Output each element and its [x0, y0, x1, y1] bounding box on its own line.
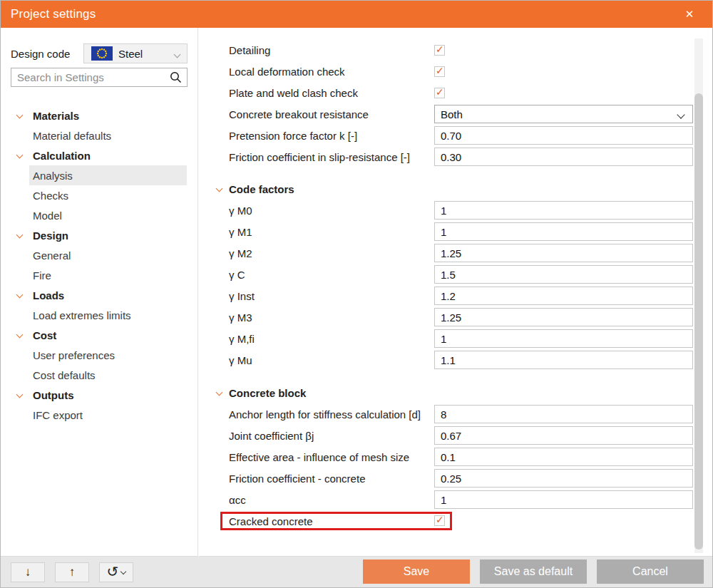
footer-bar: ↓ ↑ ↺ Save Save as default Cancel — [1, 557, 712, 588]
save-button[interactable]: Save — [363, 559, 470, 584]
row-friction-concrete: Friction coefficient - concrete — [199, 468, 712, 489]
section-code-factors[interactable]: Code factors — [199, 178, 712, 200]
sidebar-item-cost-defaults[interactable]: Cost defaults — [1, 365, 198, 385]
chevron-down-icon — [16, 292, 24, 299]
gamma-m1-input[interactable] — [434, 222, 693, 241]
search-input[interactable] — [11, 68, 170, 86]
sidebar-item-model[interactable]: Model — [1, 205, 198, 225]
design-code-select[interactable]: Steel — [83, 43, 188, 63]
row-effective-area: Effective area - influence of mesh size — [199, 446, 712, 468]
gamma-m3-input[interactable] — [434, 308, 693, 326]
sidebar-item-calculation[interactable]: Calculation — [1, 145, 198, 165]
row-concrete-breakout-resistance: Concrete breakout resistance Both — [199, 103, 712, 125]
sidebar-item-load-extremes-limits[interactable]: Load extremes limits — [1, 305, 198, 325]
sidebar-item-material-defaults[interactable]: Material defaults — [1, 125, 198, 145]
search-icon — [170, 71, 182, 83]
gamma-c-input[interactable] — [434, 265, 693, 284]
sidebar-item-cost[interactable]: Cost — [1, 325, 198, 345]
plate-weld-clash-checkbox[interactable]: ✓ — [434, 88, 445, 98]
row-detailing: Detailing ✓ — [199, 39, 712, 61]
chevron-down-icon — [677, 110, 684, 118]
check-icon: ✓ — [436, 43, 444, 55]
section-concrete-block[interactable]: Concrete block — [199, 382, 712, 403]
arrow-up-icon: ↑ — [69, 565, 76, 579]
design-code-row: Design code Steel — [11, 43, 188, 63]
row-gamma-m2: γ M2 — [199, 242, 712, 264]
pretension-force-factor-input[interactable] — [434, 126, 693, 145]
cancel-button[interactable]: Cancel — [597, 559, 704, 584]
cracked-concrete-highlight-box: Cracked concrete ✓ — [220, 512, 452, 530]
friction-slip-resistance-input[interactable] — [434, 148, 693, 166]
sidebar-item-checks[interactable]: Checks — [1, 185, 198, 205]
chevron-down-icon — [16, 112, 24, 119]
row-gamma-m3: γ M3 — [199, 306, 712, 328]
chevron-down-icon — [16, 232, 24, 239]
row-gamma-m1: γ M1 — [199, 221, 712, 242]
joint-coefficient-input[interactable] — [434, 426, 693, 445]
sidebar-item-outputs[interactable]: Outputs — [1, 385, 198, 405]
check-icon: ✓ — [436, 86, 444, 98]
chevron-down-icon — [174, 51, 181, 58]
sidebar-item-fire[interactable]: Fire — [1, 265, 198, 285]
row-gamma-mfi: γ M,fi — [199, 328, 712, 349]
design-code-label: Design code — [11, 48, 83, 60]
sidebar-item-analysis[interactable]: Analysis — [1, 165, 198, 185]
chevron-down-icon — [16, 152, 24, 159]
close-icon[interactable]: ✕ — [682, 7, 697, 21]
row-local-deformation-check: Local deformation check ✓ — [199, 61, 712, 82]
gamma-m2-input[interactable] — [434, 244, 693, 262]
row-gamma-c: γ C — [199, 264, 712, 285]
row-anchor-length: Anchor length for stiffness calculation … — [199, 403, 712, 425]
sidebar-item-loads[interactable]: Loads — [1, 285, 198, 305]
friction-concrete-input[interactable] — [434, 469, 693, 488]
check-icon: ✓ — [436, 514, 444, 525]
design-code-value: Steel — [118, 48, 143, 60]
chevron-down-icon — [16, 331, 24, 339]
sidebar-item-design[interactable]: Design — [1, 225, 198, 245]
reset-icon: ↺ — [107, 564, 119, 579]
gamma-m0-input[interactable] — [434, 201, 693, 220]
row-gamma-inst: γ Inst — [199, 285, 712, 306]
sidebar-item-user-preferences[interactable]: User preferences — [1, 345, 198, 365]
anchor-length-input[interactable] — [434, 405, 693, 423]
row-alpha-cc: αcc — [199, 489, 712, 510]
save-as-default-button[interactable]: Save as default — [480, 559, 587, 584]
chevron-down-icon — [16, 391, 24, 398]
scrollbar-thumb[interactable] — [694, 93, 703, 550]
footer-left-tools: ↓ ↑ ↺ — [11, 562, 133, 582]
move-down-button[interactable]: ↓ — [11, 562, 45, 582]
row-gamma-mu: γ Mu — [199, 349, 712, 371]
search-box — [11, 68, 188, 87]
row-friction-slip-resistance: Friction coefficient in slip-resistance … — [199, 146, 712, 167]
arrow-down-icon: ↓ — [25, 565, 31, 579]
local-deformation-checkbox[interactable]: ✓ — [434, 66, 445, 77]
alpha-cc-input[interactable] — [434, 490, 693, 509]
footer-right-buttons: Save Save as default Cancel — [363, 559, 704, 584]
eu-flag-icon — [91, 46, 113, 61]
check-icon: ✓ — [436, 65, 444, 76]
gamma-mu-input[interactable] — [434, 351, 693, 369]
effective-area-input[interactable] — [434, 448, 693, 466]
settings-sidebar: Design code Steel — [1, 28, 198, 557]
row-gamma-m0: γ M0 — [199, 200, 712, 221]
project-settings-dialog: Project settings ✕ Design code Steel — [0, 0, 713, 588]
chevron-down-icon — [216, 389, 223, 396]
sidebar-item-materials[interactable]: Materials — [1, 105, 198, 125]
reset-button[interactable]: ↺ — [99, 562, 133, 582]
move-up-button[interactable]: ↑ — [55, 562, 89, 582]
row-joint-coefficient: Joint coefficient βj — [199, 425, 712, 446]
dialog-title: Project settings — [11, 7, 96, 21]
sidebar-item-general[interactable]: General — [1, 245, 198, 265]
settings-panel: Detailing ✓ Local deformation check ✓ Pl… — [199, 28, 712, 557]
sidebar-item-ifc-export[interactable]: IFC export — [1, 405, 198, 425]
detailing-checkbox[interactable]: ✓ — [434, 45, 445, 56]
row-plate-weld-clash-check: Plate and weld clash check ✓ — [199, 82, 712, 103]
concrete-breakout-select[interactable]: Both — [434, 105, 693, 123]
vertical-scrollbar[interactable] — [694, 38, 703, 553]
cracked-concrete-label: Cracked concrete — [229, 515, 313, 527]
cracked-concrete-checkbox[interactable]: ✓ — [434, 515, 445, 526]
title-bar: Project settings ✕ — [1, 1, 712, 28]
settings-tree: Materials Material defaults Calculation … — [1, 105, 198, 425]
gamma-inst-input[interactable] — [434, 287, 693, 305]
gamma-mfi-input[interactable] — [434, 329, 693, 348]
